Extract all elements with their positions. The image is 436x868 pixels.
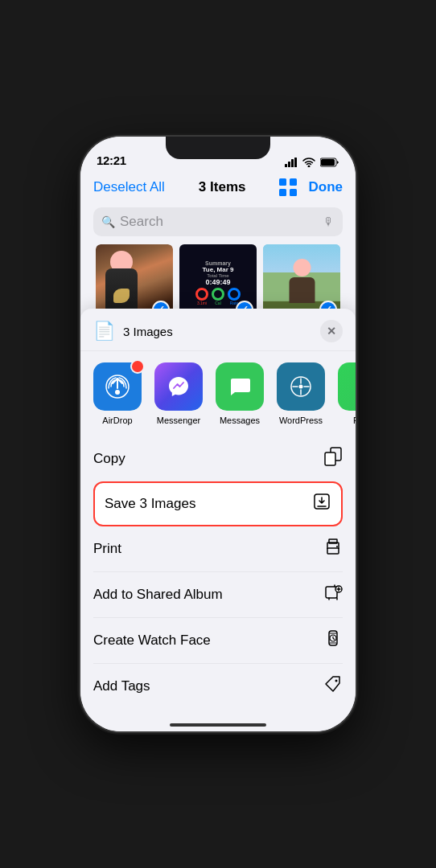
create-watch-face-action[interactable]: Create Watch Face	[93, 617, 343, 663]
messages-icon	[216, 362, 264, 411]
home-bar	[170, 723, 266, 727]
wordpress-icon	[277, 362, 325, 411]
share-app-messenger[interactable]: Messenger	[154, 362, 203, 425]
svg-rect-17	[327, 548, 339, 554]
share-app-airdrop[interactable]: AirDrop	[93, 362, 142, 425]
add-shared-album-action[interactable]: Add to Shared Album	[93, 571, 343, 617]
share-close-button[interactable]: ✕	[320, 320, 343, 342]
print-action[interactable]: Print	[93, 526, 343, 571]
home-indicator	[80, 709, 356, 731]
copy-icon	[323, 447, 343, 471]
status-icons	[285, 158, 339, 167]
nav-title: 3 Items	[199, 179, 246, 195]
close-icon: ✕	[327, 325, 336, 338]
battery-icon	[320, 158, 339, 167]
more-app-icon	[338, 362, 356, 411]
shared-album-icon	[323, 583, 343, 607]
svg-rect-9	[290, 189, 297, 196]
share-header-left: 📄 3 Images	[93, 321, 173, 342]
watch-face-icon	[323, 628, 343, 653]
share-app-wordpress[interactable]: WordPress	[277, 362, 325, 425]
search-bar[interactable]: 🔍 Search 🎙	[93, 207, 343, 236]
messenger-label: Messenger	[157, 416, 200, 425]
svg-rect-18	[329, 539, 337, 543]
svg-rect-2	[291, 159, 294, 167]
phone-frame: 12:21	[80, 137, 356, 731]
microphone-icon[interactable]: 🎙	[323, 215, 335, 228]
print-icon	[323, 537, 343, 561]
search-icon: 🔍	[101, 215, 115, 228]
svg-rect-1	[288, 162, 290, 167]
svg-rect-7	[290, 178, 297, 186]
copy-label: Copy	[93, 451, 125, 467]
share-app-more[interactable]: Fa...	[338, 362, 356, 425]
share-header: 📄 3 Images ✕	[80, 309, 356, 351]
airdrop-label: AirDrop	[102, 416, 132, 425]
notch	[166, 137, 270, 159]
phone-screen: 12:21	[80, 137, 356, 731]
save-icon	[312, 492, 331, 516]
svg-rect-8	[279, 189, 286, 196]
airdrop-icon	[93, 362, 142, 411]
airdrop-badge	[130, 359, 145, 374]
messages-label: Messages	[220, 416, 260, 425]
search-input[interactable]: Search	[120, 214, 319, 230]
tags-icon	[323, 674, 343, 698]
svg-rect-3	[294, 158, 297, 167]
add-tags-action[interactable]: Add Tags	[93, 663, 343, 709]
done-button[interactable]: Done	[308, 179, 343, 195]
save-images-action[interactable]: Save 3 Images	[93, 481, 343, 526]
copy-action[interactable]: Copy	[93, 436, 343, 481]
more-app-label: Fa...	[353, 416, 356, 425]
share-actions: Copy	[93, 436, 343, 481]
svg-point-24	[335, 680, 338, 682]
svg-rect-0	[285, 164, 287, 167]
print-label: Print	[93, 541, 121, 557]
wifi-icon	[302, 158, 315, 167]
nav-right: Done	[279, 178, 343, 196]
svg-rect-15	[325, 452, 335, 465]
share-sheet: 📄 3 Images ✕	[80, 309, 356, 731]
create-watch-face-label: Create Watch Face	[93, 633, 211, 649]
nav-bar: Deselect All 3 Items Done	[80, 172, 356, 204]
svg-rect-5	[321, 159, 335, 166]
share-sheet-title: 3 Images	[123, 325, 173, 338]
status-time: 12:21	[97, 154, 126, 167]
share-apps-row: AirDrop Messenger	[80, 351, 356, 436]
wordpress-label: WordPress	[279, 416, 323, 425]
share-actions-2: Print Add to Shared Album	[93, 526, 343, 709]
add-shared-album-label: Add to Shared Album	[93, 587, 223, 603]
signal-icon	[285, 158, 298, 167]
deselect-all-button[interactable]: Deselect All	[93, 179, 165, 195]
svg-rect-6	[279, 178, 286, 186]
save-images-label: Save 3 Images	[105, 496, 195, 512]
svg-point-13	[299, 385, 303, 389]
svg-point-11	[115, 390, 120, 395]
add-tags-label: Add Tags	[93, 678, 150, 694]
share-app-messages[interactable]: Messages	[216, 362, 264, 425]
grid-icon[interactable]	[279, 178, 297, 196]
document-icon: 📄	[93, 321, 115, 342]
messenger-icon	[154, 362, 203, 411]
svg-point-19	[336, 546, 338, 547]
